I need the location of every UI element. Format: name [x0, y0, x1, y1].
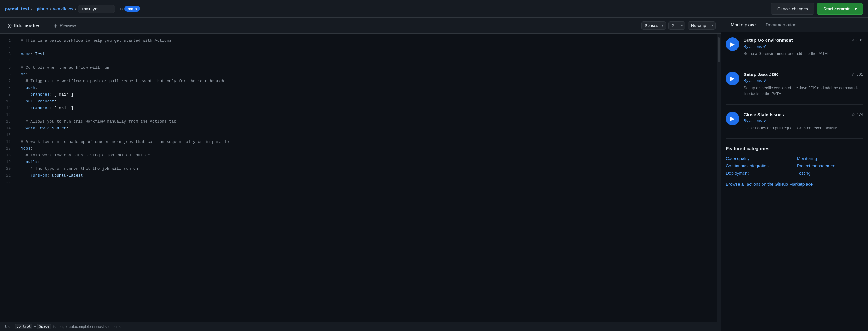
- wrap-select-wrapper: No wrap Soft wrap: [688, 22, 716, 30]
- code-textarea[interactable]: # This is a basic workflow to help you g…: [16, 34, 717, 322]
- status-bar: Use Control + Space to trigger autocompl…: [0, 322, 720, 331]
- category-project-management[interactable]: Project management: [797, 163, 863, 168]
- item-star-count-1: 531: [856, 38, 863, 42]
- category-deployment[interactable]: Deployment: [726, 171, 792, 176]
- item-author-3: By actions ✔: [744, 118, 863, 123]
- item-stars-2: ☆ 501: [851, 72, 863, 77]
- control-key: Control: [15, 324, 32, 329]
- sidebar-content: ▶ Setup Go environment ☆ 531 By actions …: [721, 32, 868, 331]
- scrollbar-thumb[interactable]: [717, 37, 720, 62]
- item-header-2: Setup Java JDK ☆ 501: [744, 72, 863, 77]
- commit-label: Start commit: [823, 6, 849, 11]
- breadcrumb-sep-1: /: [31, 6, 32, 12]
- branch-badge: in main: [119, 6, 140, 12]
- filename-input[interactable]: [78, 5, 115, 13]
- tab-edit-new-file[interactable]: ⟨/⟩ Edit new file: [0, 18, 46, 33]
- marketplace-item-1: ▶ Setup Go environment ☆ 531 By actions …: [726, 37, 863, 64]
- featured-categories-title: Featured categories: [726, 146, 863, 151]
- indent-select[interactable]: 2 4 8: [669, 22, 685, 30]
- star-icon-2: ☆: [851, 72, 855, 77]
- tab-documentation[interactable]: Documentation: [761, 18, 802, 32]
- preview-icon: ◉: [54, 23, 57, 28]
- play-icon-3: ▶: [731, 115, 735, 122]
- item-star-count-2: 501: [856, 72, 863, 77]
- tab-preview[interactable]: ◉ Preview: [46, 18, 83, 33]
- categories-grid: Code quality Monitoring Continuous integ…: [726, 156, 863, 176]
- wrap-select[interactable]: No wrap Soft wrap: [688, 22, 716, 30]
- item-stars-1: ☆ 531: [851, 38, 863, 42]
- cancel-button[interactable]: Cancel changes: [771, 3, 814, 15]
- status-rest: to trigger autocomplete in most situatio…: [53, 325, 121, 329]
- category-testing[interactable]: Testing: [797, 171, 863, 176]
- play-icon-2: ▶: [731, 75, 735, 82]
- item-title-3[interactable]: Close Stale Issues: [744, 112, 784, 117]
- start-commit-button[interactable]: Start commit ▾: [817, 3, 863, 15]
- item-title-2[interactable]: Setup Java JDK: [744, 72, 778, 77]
- branch-name: main: [124, 6, 140, 12]
- item-body-3: Close Stale Issues ☆ 474 By actions ✔ Cl…: [744, 112, 863, 131]
- item-author-text-2: By actions: [744, 78, 762, 83]
- star-icon-1: ☆: [851, 38, 855, 42]
- item-star-count-3: 474: [856, 112, 863, 117]
- item-body-1: Setup Go environment ☆ 531 By actions ✔ …: [744, 37, 863, 57]
- featured-section: Featured categories Code quality Monitor…: [726, 146, 863, 187]
- status-plus: +: [34, 325, 36, 329]
- item-icon-3: ▶: [726, 112, 739, 125]
- marketplace-item-3: ▶ Close Stale Issues ☆ 474 By actions ✔: [726, 112, 863, 139]
- tab-marketplace[interactable]: Marketplace: [726, 18, 761, 32]
- verified-badge-3: ✔: [763, 118, 767, 123]
- verified-badge-2: ✔: [763, 78, 767, 83]
- item-icon-1: ▶: [726, 37, 739, 51]
- browse-marketplace-link[interactable]: Browse all actions on the GitHub Marketp…: [726, 182, 812, 187]
- item-desc-1: Setup a Go environment and add it to the…: [744, 51, 863, 57]
- commit-dropdown-arrow[interactable]: ▾: [852, 7, 857, 11]
- star-icon-3: ☆: [851, 112, 855, 117]
- spaces-select-wrapper: Spaces Tabs: [642, 22, 666, 30]
- editor-container: ⟨/⟩ Edit new file ◉ Preview Spaces Tabs …: [0, 18, 868, 331]
- item-header-3: Close Stale Issues ☆ 474: [744, 112, 863, 117]
- tab-edit-label: Edit new file: [14, 23, 39, 28]
- breadcrumb-repo[interactable]: pytest_test: [5, 6, 29, 11]
- item-header-1: Setup Go environment ☆ 531: [744, 37, 863, 42]
- branch-in-label: in: [119, 6, 123, 11]
- category-continuous-integration[interactable]: Continuous integration: [726, 163, 792, 168]
- verified-badge-1: ✔: [763, 44, 767, 49]
- sidebar: Marketplace Documentation ▶ Setup Go env…: [721, 18, 868, 331]
- item-body-2: Setup Java JDK ☆ 501 By actions ✔ Set up…: [744, 72, 863, 97]
- item-desc-2: Set up a specific version of the Java JD…: [744, 85, 863, 97]
- item-author-1: By actions ✔: [744, 44, 863, 49]
- category-code-quality[interactable]: Code quality: [726, 156, 792, 161]
- item-author-text-3: By actions: [744, 118, 762, 123]
- sidebar-tabs: Marketplace Documentation: [721, 18, 868, 32]
- line-numbers: 1 2 3 4 5 6 7 8 9 10 11 12 13 14 15 16 1…: [0, 34, 16, 322]
- item-stars-3: ☆ 474: [851, 112, 863, 117]
- item-title-1[interactable]: Setup Go environment: [744, 37, 793, 42]
- topbar: pytest_test / .github / workflows / in m…: [0, 0, 868, 18]
- editor-panel: ⟨/⟩ Edit new file ◉ Preview Spaces Tabs …: [0, 18, 721, 331]
- topbar-actions: Cancel changes Start commit ▾: [771, 3, 863, 15]
- play-icon-1: ▶: [731, 41, 735, 48]
- space-key: Space: [37, 324, 51, 329]
- breadcrumb: pytest_test / .github / workflows / in m…: [5, 5, 768, 13]
- edit-icon: ⟨/⟩: [7, 23, 12, 28]
- indent-select-wrapper: 2 4 8: [669, 22, 685, 30]
- scrollbar[interactable]: [717, 34, 720, 322]
- category-monitoring[interactable]: Monitoring: [797, 156, 863, 161]
- status-text: Use: [5, 325, 13, 329]
- breadcrumb-sep-2: /: [50, 6, 51, 12]
- breadcrumb-github[interactable]: .github: [34, 6, 48, 11]
- breadcrumb-sep-3: /: [75, 6, 76, 12]
- item-author-text-1: By actions: [744, 44, 762, 49]
- item-icon-2: ▶: [726, 72, 739, 85]
- toolbar-controls: Spaces Tabs 2 4 8 No wrap Soft wrap: [642, 22, 720, 30]
- spaces-select[interactable]: Spaces Tabs: [642, 22, 666, 30]
- marketplace-item-2: ▶ Setup Java JDK ☆ 501 By actions ✔ Se: [726, 72, 863, 104]
- item-author-2: By actions ✔: [744, 78, 863, 83]
- editor-toolbar: ⟨/⟩ Edit new file ◉ Preview Spaces Tabs …: [0, 18, 720, 34]
- item-desc-3: Close issues and pull requests with no r…: [744, 125, 863, 131]
- breadcrumb-workflows[interactable]: workflows: [53, 6, 73, 11]
- tab-preview-label: Preview: [60, 23, 76, 28]
- code-editor[interactable]: 1 2 3 4 5 6 7 8 9 10 11 12 13 14 15 16 1…: [0, 34, 720, 322]
